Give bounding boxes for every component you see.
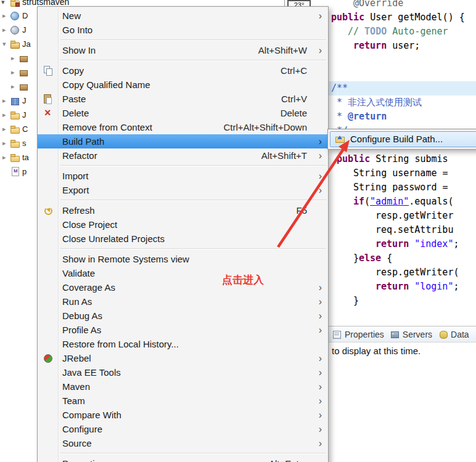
menu-item-team[interactable]: Team› [38,394,328,408]
menu-item-label: Coverage As [62,282,115,293]
menu-item-refresh[interactable]: RefreshF5 [38,203,328,217]
package-icon [18,68,28,77]
menu-item-show-in-remote-systems-view[interactable]: Show in Remote Systems view [38,252,328,266]
menu-item-label: New [62,10,81,21]
menu-item-profile-as[interactable]: Profile As› [38,323,328,337]
menu-separator [60,165,326,166]
menu-item-delete[interactable]: DeleteDelete [38,106,328,120]
expand-arrow-icon[interactable]: ▸ [2,125,10,133]
data-view-icon [438,330,448,339]
code-line: } [329,294,476,308]
menu-item-label: Remove from Context [62,122,152,132]
copy-icon [43,65,54,76]
tree-item-label: ta [22,153,29,162]
properties-view-icon [332,330,342,339]
code-line: public String submis [329,152,476,166]
code-line: }else { [329,251,476,265]
menu-separator [60,453,326,454]
menu-item-coverage-as[interactable]: Coverage As› [38,280,328,294]
expand-arrow-icon[interactable]: ▸ [2,139,10,147]
submenu-chevron-icon: › [319,43,322,57]
tab-label: Data [451,330,469,339]
menu-item-label: Import [62,171,89,181]
project-icon [10,0,20,7]
expand-arrow-icon[interactable]: ▸ [2,153,10,161]
code-line: if("admin".equals( [329,195,476,209]
menu-item-jrebel[interactable]: JRebel› [38,351,328,365]
refresh-icon [43,205,54,216]
package-icon [18,54,28,63]
menu-item-run-as[interactable]: Run As› [38,294,328,309]
expand-arrow-icon[interactable]: ▸ [2,12,10,20]
menu-item-configure[interactable]: Configure› [38,422,328,436]
menu-item-copy[interactable]: CopyCtrl+C [38,63,328,78]
menu-item-label: Compare With [62,410,121,420]
menu-item-label: Show in Remote Systems view [62,254,189,264]
menu-item-paste[interactable]: PasteCtrl+V [38,92,328,106]
menu-item-label: Copy [62,65,84,76]
view-message: to display at this time. [332,346,421,356]
submenu-chevron-icon: › [319,408,322,422]
expand-arrow-icon[interactable]: ▸ [2,97,10,105]
build-path-submenu: Configure Build Path... [327,129,476,150]
expand-arrow-icon[interactable]: ▾ [1,0,7,6]
menu-item-close-project[interactable]: Close Project [38,217,328,232]
code-line: req.setAttribu [329,223,476,237]
menu-item-go-into[interactable]: Go Into [38,23,328,37]
code-line: public User getModel() { [329,10,476,25]
menu-shortcut: Alt+Shift+T [261,148,307,163]
menu-item-maven[interactable]: Maven› [38,379,328,394]
delete-icon [43,108,54,118]
submenu-chevron-icon: › [319,394,322,408]
menu-item-label: Refactor [62,150,97,161]
folder-icon [10,110,20,120]
menu-item-java-ee-tools[interactable]: Java EE Tools› [38,365,328,379]
menu-item-import[interactable]: Import› [38,169,328,183]
expand-arrow-icon[interactable]: ▸ [2,111,10,119]
menu-item-debug-as[interactable]: Debug As› [38,309,328,323]
tree-item-label: J [22,25,27,34]
folder-icon [10,124,20,134]
jrebel-icon [43,353,54,363]
expand-arrow-icon[interactable]: ▸ [11,68,18,76]
code-line [329,67,476,81]
menu-item-copy-qualified-name[interactable]: Copy Qualified Name [38,78,328,92]
tab-servers[interactable]: Servers [390,330,432,339]
code-line: resp.getWriter [329,209,476,223]
servers-view-icon [390,330,400,339]
menu-item-build-path[interactable]: Build Path› [38,134,328,148]
menu-item-validate[interactable]: Validate [38,266,328,280]
expand-arrow-icon[interactable]: ▾ [2,40,10,48]
menu-shortcut: Ctrl+Alt+Shift+Down [224,120,307,134]
code-editor[interactable]: @Overridepublic User getModel() {// TODO… [329,0,476,326]
menu-item-show-in[interactable]: Show InAlt+Shift+W› [38,43,328,57]
submenu-chevron-icon: › [319,169,322,183]
submenu-chevron-icon: › [319,422,322,436]
menu-item-export[interactable]: Export› [38,183,328,197]
menu-item-restore-from-local-history[interactable]: Restore from Local History... [38,337,328,351]
menu-item-refactor[interactable]: RefactorAlt+Shift+T› [38,148,328,163]
menu-item-close-unrelated-projects[interactable]: Close Unrelated Projects [38,232,328,246]
menu-item-remove-from-context[interactable]: Remove from ContextCtrl+Alt+Shift+Down [38,120,328,134]
submenu-item-configure-build-path[interactable]: Configure Build Path... [330,131,476,147]
menu-item-label: Build Path [62,136,104,147]
menu-item-label: Source [62,438,92,448]
menu-item-source[interactable]: Source› [38,436,328,450]
menu-item-properties[interactable]: PropertiesAlt+Enter [38,456,328,462]
submenu-chevron-icon: › [319,436,322,450]
expand-arrow-icon[interactable]: ▸ [11,83,18,91]
tab-properties[interactable]: Properties [332,330,384,339]
submenu-chevron-icon: › [319,379,322,394]
code-line: * 非注入式使用测试 [329,95,476,110]
expand-arrow-icon[interactable]: ▸ [2,26,10,34]
expand-arrow-icon[interactable]: ▸ [11,54,18,62]
tab-data[interactable]: Data [438,330,469,339]
code-line: @Override [329,0,476,10]
menu-shortcut: Alt+Enter [269,456,307,462]
menu-item-label: Copy Qualified Name [62,79,150,90]
code-line: /** [329,81,476,95]
menu-item-compare-with[interactable]: Compare With› [38,408,328,422]
menu-item-new[interactable]: New› [38,9,328,23]
tree-item-label: Ja [22,39,31,49]
menu-item-label: Maven [62,381,90,392]
